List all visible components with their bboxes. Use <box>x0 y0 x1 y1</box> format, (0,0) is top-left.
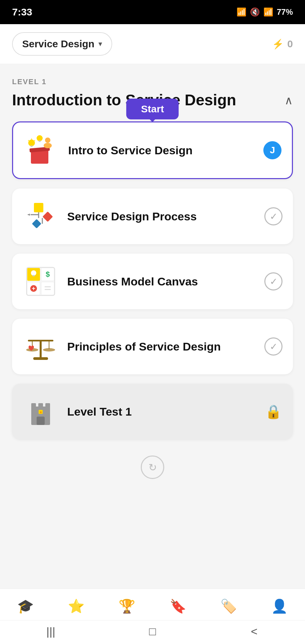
points-area: ⚡ 0 <box>272 38 293 50</box>
lesson-icon-level-test: ★ <box>22 393 59 430</box>
tags-nav-icon: 🏷️ <box>220 598 237 614</box>
svg-rect-41 <box>37 417 45 425</box>
card-with-tooltip-intro: Start <box>12 121 293 179</box>
svg-rect-27 <box>41 282 54 295</box>
nav-tab-favorites[interactable]: ⭐ <box>62 596 90 617</box>
wifi-icon: 📶 <box>263 7 273 17</box>
svg-rect-21 <box>33 275 35 276</box>
nav-tab-tags[interactable]: 🏷️ <box>215 596 243 617</box>
course-selector-label: Service Design <box>22 38 94 50</box>
scroll-hint-icon: ↻ <box>141 455 164 479</box>
lesson-title-principles: Principles of Service Design <box>67 340 256 353</box>
leaderboard-nav-icon: 🏆 <box>119 598 135 614</box>
nav-tab-profile[interactable]: 👤 <box>266 596 293 617</box>
chevron-down-icon: ▾ <box>98 40 102 48</box>
lesson-title-intro: Intro to Service Design <box>68 144 255 157</box>
level-label: LEVEL 1 <box>12 77 293 86</box>
business-icon-svg: $ + <box>24 265 57 298</box>
svg-rect-32 <box>28 340 53 341</box>
svg-marker-13 <box>27 214 30 216</box>
lesson-status-principles: ✓ <box>264 337 283 356</box>
bottom-nav: 🎓 ⭐ 🏆 🔖 🏷️ 👤 ||| □ < <box>0 589 305 644</box>
favorites-nav-icon: ⭐ <box>68 598 85 614</box>
svg-point-9 <box>37 135 43 141</box>
svg-rect-14 <box>42 212 53 222</box>
nav-tab-home[interactable]: 🎓 <box>12 596 39 617</box>
svg-text:$: $ <box>46 270 50 278</box>
mute-icon: 🔇 <box>250 7 260 17</box>
svg-rect-39 <box>38 403 43 408</box>
lesson-title-level-test: Level Test 1 <box>67 405 256 418</box>
nav-tab-leaderboard[interactable]: 🏆 <box>113 596 141 617</box>
lesson-title-business: Business Model Canvas <box>67 275 256 288</box>
sys-back-button[interactable]: < <box>244 625 264 637</box>
intro-icon-svg <box>25 133 58 167</box>
status-bar: 7:33 📶 🔇 📶 77% <box>0 0 305 24</box>
lesson-status-process: ✓ <box>264 207 283 226</box>
test-icon-svg: ★ <box>24 395 57 428</box>
svg-line-5 <box>28 140 29 141</box>
lightning-icon: ⚡ <box>272 39 284 50</box>
check-icon-business: ✓ <box>264 272 282 290</box>
lesson-status-intro: J <box>263 141 282 160</box>
collapse-icon[interactable]: ∧ <box>285 94 293 107</box>
lesson-icon-intro <box>23 132 60 169</box>
svg-point-20 <box>31 270 36 276</box>
svg-rect-10 <box>39 141 41 142</box>
main-content: LEVEL 1 Introduction to Service Design ∧… <box>0 64 305 489</box>
lesson-title-process: Service Design Process <box>67 210 256 223</box>
lesson-card-principles[interactable]: Principles of Service Design ✓ <box>12 319 293 374</box>
avatar-j: J <box>263 141 281 159</box>
svg-point-7 <box>45 138 50 143</box>
svg-rect-38 <box>31 403 36 408</box>
lesson-card-business[interactable]: $ + Business Model Canvas ✓ <box>12 254 293 309</box>
profile-nav-icon: 👤 <box>271 598 288 614</box>
svg-rect-3 <box>31 146 33 147</box>
bottom-nav-tabs: 🎓 ⭐ 🏆 🔖 🏷️ 👤 <box>0 589 305 620</box>
course-selector[interactable]: Service Design ▾ <box>12 32 112 56</box>
svg-rect-15 <box>32 219 41 228</box>
svg-rect-11 <box>34 203 43 212</box>
status-time: 7:33 <box>12 6 32 18</box>
lesson-icon-process <box>22 198 59 235</box>
points-value: 0 <box>287 38 293 50</box>
svg-point-8 <box>44 143 52 148</box>
check-icon-principles: ✓ <box>264 337 282 356</box>
lesson-status-business: ✓ <box>264 272 283 291</box>
svg-text:★: ★ <box>39 410 43 415</box>
check-icon-process: ✓ <box>264 207 282 225</box>
bottom-hint: ↻ <box>12 449 293 482</box>
status-icons: 📶 🔇 📶 77% <box>236 7 293 17</box>
start-tooltip: Start <box>126 99 179 119</box>
lesson-status-level-test: 🔒 <box>264 402 283 421</box>
home-nav-icon: 🎓 <box>17 598 34 614</box>
svg-rect-40 <box>45 403 50 408</box>
lock-icon: 🔒 <box>265 404 282 420</box>
lesson-card-level-test[interactable]: ★ Level Test 1 🔒 <box>12 384 293 439</box>
sys-home-button[interactable]: □ <box>142 625 163 637</box>
bookmarks-nav-icon: 🔖 <box>170 598 186 614</box>
battery-icon: 77% <box>277 7 293 17</box>
sys-menu-button[interactable]: ||| <box>41 625 61 637</box>
principles-icon-svg <box>24 330 57 363</box>
system-nav-bar: ||| □ < <box>0 620 305 644</box>
lesson-icon-business: $ + <box>22 263 59 300</box>
svg-line-6 <box>34 140 35 141</box>
lesson-card-process[interactable]: Service Design Process ✓ <box>12 189 293 244</box>
nav-tab-bookmarks[interactable]: 🔖 <box>164 596 192 617</box>
svg-text:+: + <box>32 285 36 292</box>
svg-rect-30 <box>40 340 42 358</box>
process-icon-svg <box>24 200 57 233</box>
header: Service Design ▾ ⚡ 0 <box>0 24 305 64</box>
svg-point-2 <box>28 140 35 146</box>
lesson-card-intro[interactable]: Intro to Service Design J <box>12 121 293 179</box>
lesson-icon-principles <box>22 328 59 365</box>
bluetooth-icon: 📶 <box>236 7 247 17</box>
svg-rect-31 <box>33 357 48 360</box>
